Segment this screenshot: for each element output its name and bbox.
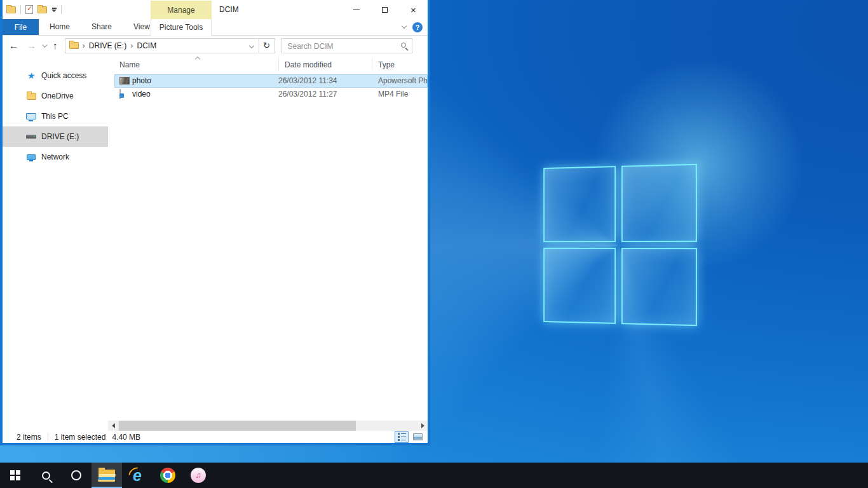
start-button[interactable] bbox=[0, 463, 31, 488]
tab-home[interactable]: Home bbox=[39, 19, 81, 35]
explorer-content: ★ Quick access OneDrive This PC DRIVE (E… bbox=[3, 55, 428, 421]
close-icon: × bbox=[410, 5, 416, 15]
sidebar-item-quick-access[interactable]: ★ Quick access bbox=[3, 65, 108, 86]
screen: ✓ Manage DCIM × File Home Share View Pic… bbox=[0, 0, 868, 488]
divider bbox=[48, 433, 48, 441]
taskbar-itunes-button[interactable]: ♫ bbox=[183, 463, 214, 488]
address-box[interactable]: › DRIVE (E:) › DCIM ↻ bbox=[65, 38, 275, 53]
large-icons-view-icon bbox=[413, 433, 423, 440]
properties-check-icon[interactable]: ✓ bbox=[25, 5, 33, 14]
windows-logo-pane bbox=[621, 164, 697, 242]
file-type: Apowersoft Pho bbox=[378, 76, 428, 85]
divider bbox=[61, 5, 62, 14]
computer-monitor-icon bbox=[26, 113, 36, 119]
sidebar-item-label: Quick access bbox=[41, 71, 86, 80]
file-explorer-window: ✓ Manage DCIM × File Home Share View Pic… bbox=[0, 0, 430, 445]
taskbar-search-button[interactable] bbox=[31, 463, 61, 488]
cortana-button[interactable] bbox=[61, 463, 92, 488]
file-row-photo[interactable]: photo 26/03/2012 11:34 Apowersoft Pho bbox=[114, 74, 428, 88]
file-row-video[interactable]: video 26/03/2012 11:27 MP4 File bbox=[114, 88, 428, 101]
windows-start-icon bbox=[10, 470, 20, 480]
view-toggle-buttons bbox=[395, 431, 424, 443]
column-divider[interactable] bbox=[372, 58, 372, 71]
onedrive-folder-icon bbox=[27, 93, 36, 100]
check-icon: ✓ bbox=[27, 4, 32, 13]
quick-access-toolbar: ✓ bbox=[6, 0, 62, 19]
breadcrumb-separator: › bbox=[83, 41, 85, 50]
horizontal-scrollbar[interactable] bbox=[108, 421, 428, 431]
tab-share[interactable]: Share bbox=[81, 19, 123, 35]
picture-tools-label: Picture Tools bbox=[159, 23, 203, 32]
column-header-type[interactable]: Type bbox=[378, 60, 395, 69]
folder-icon[interactable] bbox=[6, 6, 16, 13]
refresh-icon[interactable]: ↻ bbox=[259, 41, 275, 50]
file-date-modified: 26/03/2012 11:27 bbox=[278, 90, 337, 98]
expand-ribbon-chevron-icon[interactable] bbox=[402, 24, 407, 29]
column-divider[interactable] bbox=[278, 58, 279, 71]
large-icons-view-button[interactable] bbox=[410, 431, 424, 443]
scroll-right-arrow-icon[interactable] bbox=[417, 421, 428, 431]
recent-locations-chevron-icon[interactable] bbox=[42, 42, 47, 47]
tab-file[interactable]: File bbox=[3, 19, 39, 35]
taskbar-chrome-button[interactable] bbox=[153, 463, 183, 488]
column-headers: Name Date modified Type bbox=[108, 57, 428, 72]
sidebar-item-onedrive[interactable]: OneDrive bbox=[3, 86, 108, 106]
address-bar: ← → ↑ › DRIVE (E:) › DCIM ↻ Search DCIM bbox=[3, 36, 428, 55]
close-button[interactable]: × bbox=[399, 0, 428, 19]
minimize-button[interactable] bbox=[342, 0, 370, 19]
breadcrumb-dcim[interactable]: DCIM bbox=[137, 41, 157, 50]
search-input[interactable]: Search DCIM bbox=[281, 38, 412, 53]
sidebar-item-this-pc[interactable]: This PC bbox=[3, 106, 108, 126]
qat-dropdown-icon[interactable] bbox=[51, 8, 57, 12]
scroll-left-arrow-icon[interactable] bbox=[108, 421, 118, 431]
itunes-icon: ♫ bbox=[191, 468, 206, 483]
search-icon[interactable] bbox=[401, 43, 406, 48]
quick-access-star-icon: ★ bbox=[27, 71, 36, 81]
cortana-circle-icon bbox=[71, 470, 81, 480]
taskbar-file-explorer-button[interactable] bbox=[92, 463, 122, 488]
file-list: Name Date modified Type photo 26/03/2012… bbox=[108, 55, 428, 421]
column-header-date-modified[interactable]: Date modified bbox=[285, 60, 332, 69]
selection-size: 4.40 MB bbox=[112, 433, 140, 442]
windows-logo-pane bbox=[543, 248, 615, 324]
breadcrumb-drive[interactable]: DRIVE (E:) bbox=[89, 41, 126, 50]
sidebar-item-drive-e[interactable]: DRIVE (E:) bbox=[3, 126, 108, 147]
maximize-icon bbox=[382, 7, 388, 13]
divider bbox=[20, 5, 21, 14]
folder-icon bbox=[69, 42, 79, 49]
up-button[interactable]: ↑ bbox=[53, 41, 58, 50]
file-name: photo bbox=[132, 76, 151, 85]
details-view-icon bbox=[398, 433, 406, 441]
tab-file-label: File bbox=[15, 23, 27, 32]
tab-picture-tools[interactable]: Picture Tools bbox=[151, 19, 212, 36]
taskbar-internet-explorer-button[interactable]: e bbox=[122, 463, 153, 488]
windows-logo-pane bbox=[543, 166, 615, 242]
file-type: MP4 File bbox=[378, 90, 408, 98]
scrollbar-thumb[interactable] bbox=[119, 421, 356, 431]
sidebar-item-label: DRIVE (E:) bbox=[41, 132, 79, 141]
file-explorer-icon bbox=[98, 470, 115, 482]
selection-count: 1 item selected bbox=[55, 433, 106, 442]
sidebar-item-network[interactable]: Network bbox=[3, 147, 108, 167]
sort-ascending-icon[interactable] bbox=[195, 57, 200, 62]
new-folder-icon[interactable] bbox=[37, 6, 47, 13]
sidebar-item-label: OneDrive bbox=[41, 92, 74, 100]
help-button[interactable]: ? bbox=[412, 22, 423, 32]
file-date-modified: 26/03/2012 11:34 bbox=[278, 76, 337, 85]
search-placeholder: Search DCIM bbox=[288, 42, 334, 51]
maximize-button[interactable] bbox=[370, 0, 399, 19]
minimize-icon bbox=[353, 10, 360, 10]
contextual-group-manage[interactable]: Manage bbox=[151, 1, 212, 19]
details-view-button[interactable] bbox=[395, 431, 409, 443]
address-dropdown-chevron-icon[interactable] bbox=[248, 43, 254, 48]
window-title: DCIM bbox=[219, 0, 239, 19]
title-bar[interactable]: ✓ Manage DCIM × bbox=[3, 0, 428, 19]
file-name: video bbox=[132, 90, 151, 98]
hard-drive-icon bbox=[26, 135, 36, 139]
forward-button[interactable]: → bbox=[27, 41, 36, 50]
status-bar: 2 items 1 item selected 4.40 MB bbox=[3, 431, 428, 443]
column-header-name[interactable]: Name bbox=[119, 60, 140, 69]
search-icon bbox=[42, 471, 50, 480]
sidebar-item-label: This PC bbox=[41, 112, 69, 121]
back-button[interactable]: ← bbox=[9, 41, 18, 50]
